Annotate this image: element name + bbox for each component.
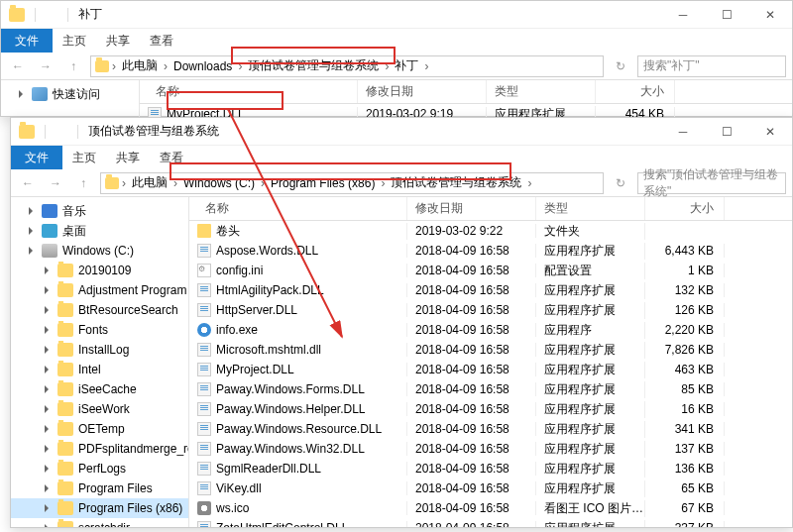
col-size[interactable]: 大小	[645, 197, 725, 220]
sidebar-item[interactable]: 20190109	[11, 261, 188, 280]
sidebar-item[interactable]: Intel	[11, 360, 188, 379]
menu-share[interactable]: 共享	[106, 146, 150, 169]
file-row[interactable]: config.ini2018-04-09 16:58配置设置1 KB	[189, 261, 792, 280]
menu-view[interactable]: 查看	[150, 146, 193, 169]
breadcrumb-item[interactable]: 顶伯试卷管理与组卷系统	[388, 174, 524, 191]
expand-icon[interactable]	[29, 207, 37, 215]
address-box[interactable]: ›此电脑›Windows (C:)›Program Files (x86)›顶伯…	[100, 172, 604, 194]
chevron-right-icon[interactable]: ›	[526, 176, 532, 190]
minimize-button[interactable]: ─	[661, 118, 705, 146]
back-button[interactable]: ←	[7, 55, 29, 77]
chevron-right-icon[interactable]: ›	[121, 176, 127, 190]
expand-icon[interactable]	[45, 484, 53, 492]
file-row[interactable]: SgmlReaderDll.DLL2018-04-09 16:58应用程序扩展1…	[189, 459, 792, 479]
expand-icon[interactable]	[19, 90, 27, 98]
refresh-button[interactable]: ↻	[610, 55, 631, 77]
sidebar-item[interactable]: iSeeCache	[11, 379, 188, 399]
col-type[interactable]: 类型	[487, 80, 596, 103]
expand-icon[interactable]	[45, 465, 53, 473]
file-row[interactable]: Paway.Windows.Helper.DLL2018-04-09 16:58…	[189, 399, 792, 419]
search-input[interactable]: 搜索"顶伯试卷管理与组卷系统"	[637, 172, 786, 194]
expand-icon[interactable]	[29, 227, 37, 235]
file-row[interactable]: Paway.Windows.Win32.DLL2018-04-09 16:58应…	[189, 439, 792, 459]
refresh-button[interactable]: ↻	[610, 172, 631, 194]
sidebar-item[interactable]: Program Files	[11, 479, 188, 498]
chevron-right-icon[interactable]: ›	[423, 59, 429, 73]
chevron-right-icon[interactable]: ›	[384, 59, 390, 73]
breadcrumb-item[interactable]: Downloads	[170, 59, 235, 73]
expand-icon[interactable]	[45, 306, 53, 314]
col-name[interactable]: 名称	[140, 80, 358, 103]
sidebar-quick-access[interactable]: 快速访问	[1, 84, 139, 104]
file-row[interactable]: ViKey.dll2018-04-09 16:58应用程序扩展65 KB	[189, 479, 792, 498]
file-row[interactable]: Aspose.Words.DLL2018-04-09 16:58应用程序扩展6,…	[189, 241, 792, 261]
sidebar-item[interactable]: 桌面	[11, 221, 188, 241]
expand-icon[interactable]	[45, 366, 53, 373]
expand-icon[interactable]	[29, 247, 37, 255]
menu-view[interactable]: 查看	[140, 29, 183, 53]
file-row[interactable]: Microsoft.mshtml.dll2018-04-09 16:58应用程序…	[189, 340, 792, 360]
file-row[interactable]: ws.ico2018-04-09 16:58看图王 ICO 图片…67 KB	[189, 498, 792, 518]
breadcrumb-item[interactable]: Program Files (x86)	[268, 176, 378, 190]
expand-icon[interactable]	[45, 346, 53, 354]
breadcrumb-item[interactable]: 顶伯试卷管理与组卷系统	[245, 57, 382, 74]
titlebar[interactable]: 补丁 ─ ☐ ✕	[1, 1, 792, 29]
maximize-button[interactable]: ☐	[705, 1, 748, 29]
sidebar-item[interactable]: Adjustment Program	[11, 280, 188, 300]
breadcrumb-item[interactable]: 此电脑	[119, 57, 161, 74]
expand-icon[interactable]	[45, 286, 53, 294]
expand-icon[interactable]	[45, 266, 53, 274]
expand-icon[interactable]	[45, 504, 53, 512]
expand-icon[interactable]	[45, 524, 53, 527]
chevron-right-icon[interactable]: ›	[237, 59, 243, 73]
chevron-right-icon[interactable]: ›	[163, 59, 169, 73]
menu-share[interactable]: 共享	[96, 29, 140, 53]
close-button[interactable]: ✕	[748, 1, 792, 29]
minimize-button[interactable]: ─	[661, 1, 705, 29]
menu-home[interactable]: 主页	[53, 29, 96, 53]
sidebar-item[interactable]: OETemp	[11, 419, 188, 439]
expand-icon[interactable]	[45, 326, 53, 334]
col-name[interactable]: 名称	[189, 197, 407, 220]
search-input[interactable]: 搜索"补丁"	[637, 55, 786, 77]
breadcrumb-item[interactable]: 补丁	[392, 57, 421, 74]
col-date[interactable]: 修改日期	[358, 80, 487, 103]
expand-icon[interactable]	[45, 405, 53, 413]
chevron-right-icon[interactable]: ›	[111, 59, 117, 73]
col-type[interactable]: 类型	[536, 197, 645, 220]
file-row[interactable]: MyProject.DLL2018-04-09 16:58应用程序扩展463 K…	[189, 360, 792, 379]
file-row[interactable]: Paway.Windows.Forms.DLL2018-04-09 16:58应…	[189, 379, 792, 399]
up-button[interactable]: ↑	[72, 172, 94, 194]
expand-icon[interactable]	[45, 385, 53, 393]
col-date[interactable]: 修改日期	[407, 197, 536, 220]
file-row[interactable]: ZetaHtmlEditControl.DLL2018-04-09 16:58应…	[189, 518, 792, 527]
sidebar-item[interactable]: Program Files (x86)	[11, 498, 188, 518]
file-row[interactable]: MyProject.DLL2019-03-02 9:19应用程序扩展454 KB	[140, 104, 792, 118]
expand-icon[interactable]	[45, 445, 53, 453]
file-row[interactable]: HtmlAgilityPack.DLL2018-04-09 16:58应用程序扩…	[189, 280, 792, 300]
breadcrumb-item[interactable]: Windows (C:)	[180, 176, 258, 190]
sidebar-item[interactable]: PerfLogs	[11, 459, 188, 479]
qat-icon[interactable]	[56, 126, 67, 138]
up-button[interactable]: ↑	[62, 55, 84, 77]
sidebar-item[interactable]: PDFsplitandmerge_re	[11, 439, 188, 459]
sidebar-item[interactable]: Windows (C:)	[11, 241, 188, 261]
forward-button[interactable]: →	[45, 172, 66, 194]
chevron-right-icon[interactable]: ›	[380, 176, 386, 190]
menu-home[interactable]: 主页	[62, 146, 106, 169]
file-row[interactable]: info.exe2018-04-09 16:58应用程序2,220 KB	[189, 320, 792, 340]
maximize-button[interactable]: ☐	[705, 118, 748, 146]
chevron-right-icon[interactable]: ›	[260, 176, 266, 190]
file-row[interactable]: Paway.Windows.Resource.DLL2018-04-09 16:…	[189, 419, 792, 439]
back-button[interactable]: ←	[17, 172, 39, 194]
qat-icon[interactable]	[46, 9, 57, 21]
file-row[interactable]: 卷头2019-03-02 9:22文件夹	[189, 221, 792, 241]
sidebar-item[interactable]: InstallLog	[11, 340, 188, 360]
sidebar-item[interactable]: scratchdir	[11, 518, 188, 527]
close-button[interactable]: ✕	[748, 118, 792, 146]
sidebar-item[interactable]: iSeeWork	[11, 399, 188, 419]
titlebar[interactable]: 顶伯试卷管理与组卷系统 ─ ☐ ✕	[11, 118, 792, 146]
col-size[interactable]: 大小	[596, 80, 675, 103]
sidebar-item[interactable]: BtResourceSearch	[11, 300, 188, 320]
sidebar-item[interactable]: 音乐	[11, 201, 188, 221]
